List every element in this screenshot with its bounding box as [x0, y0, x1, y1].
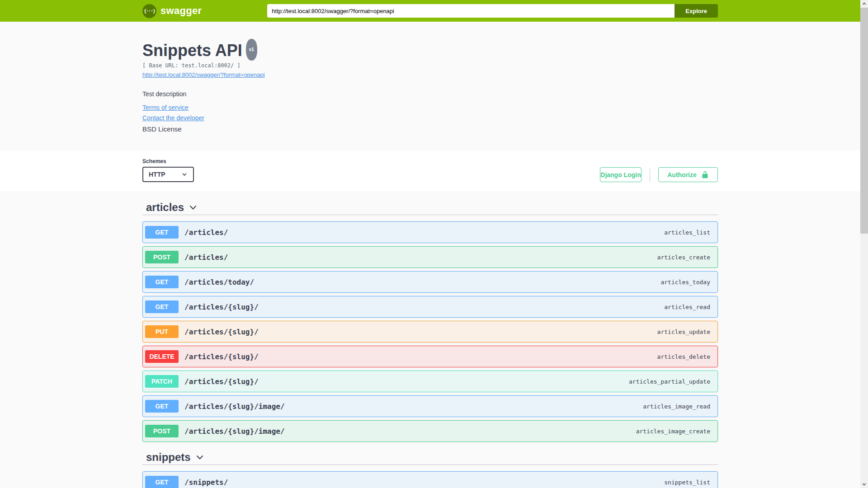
operation-path: /snippets/	[184, 478, 228, 487]
explore-button[interactable]: Explore	[675, 4, 718, 18]
spec-url-link[interactable]: http://test.local:8002/swagger/?format=o…	[142, 71, 265, 78]
tag-title: snippets	[146, 451, 191, 464]
license-label: BSD License	[142, 125, 718, 133]
scheme-select[interactable]: HTTP	[142, 167, 194, 182]
method-badge: DELETE	[145, 350, 179, 363]
page-scroll-area: {···} swagger Explore Snippets API v1 [ …	[0, 0, 860, 488]
api-title-text: Snippets API	[142, 42, 242, 60]
operation-row[interactable]: GET /articles/{slug}/image/ articles_ima…	[142, 395, 718, 417]
version-badge: v1	[246, 39, 257, 61]
operation-path: /articles/	[184, 253, 228, 262]
method-badge: GET	[145, 400, 179, 413]
operation-row[interactable]: POST /articles/ articles_create	[142, 246, 718, 268]
method-badge: GET	[145, 476, 179, 488]
operation-path: /articles/{slug}/	[184, 328, 259, 336]
operation-list: GET /articles/ articles_list POST /artic…	[142, 215, 718, 442]
method-badge: PUT	[145, 325, 179, 338]
terms-of-service-link[interactable]: Terms of service	[142, 104, 189, 111]
operation-list: GET /snippets/ snippets_list	[142, 465, 718, 488]
operation-path: /articles/{slug}/	[184, 303, 259, 311]
explore-form: Explore	[267, 4, 718, 18]
api-description: Test description	[142, 90, 718, 98]
api-tag-section: articles GET /articles/ articles_list PO…	[142, 200, 718, 442]
operation-row[interactable]: DELETE /articles/{slug}/ articles_delete	[142, 346, 718, 367]
method-badge: GET	[145, 226, 179, 239]
operation-path: /articles/today/	[184, 278, 254, 286]
unlocked-padlock-icon	[701, 170, 709, 179]
operation-id: articles_delete	[657, 353, 710, 360]
operation-id: articles_update	[657, 328, 710, 335]
method-badge: GET	[145, 300, 179, 313]
auth-wrapper: Django Login Authorize	[600, 167, 718, 182]
operation-row[interactable]: PUT /articles/{slug}/ articles_update	[142, 321, 718, 343]
method-badge: PATCH	[145, 375, 179, 388]
operation-id: articles_today	[660, 279, 710, 286]
scrollbar-up-arrow[interactable]	[860, 0, 868, 8]
tag-header[interactable]: articles	[142, 200, 718, 215]
tag-title: articles	[146, 201, 184, 214]
operation-row[interactable]: PATCH /articles/{slug}/ articles_partial…	[142, 371, 718, 392]
base-url-label: [ Base URL: test.local:8002/ ]	[142, 62, 718, 69]
page-title: Snippets API v1	[142, 42, 257, 61]
operation-row[interactable]: POST /articles/{slug}/image/ articles_im…	[142, 420, 718, 442]
operation-id: articles_read	[664, 304, 710, 310]
topbar: {···} swagger Explore	[0, 0, 860, 22]
operation-path: /articles/{slug}/image/	[184, 402, 285, 411]
chevron-down-icon	[195, 453, 204, 462]
spec-url-input[interactable]	[267, 4, 675, 18]
authorize-button-label: Authorize	[667, 171, 697, 178]
api-info-section: Snippets API v1 [ Base URL: test.local:8…	[0, 22, 860, 150]
contact-developer-link[interactable]: Contact the developer	[142, 114, 204, 122]
chevron-down-icon	[181, 171, 188, 178]
operation-path: /articles/{slug}/	[184, 352, 259, 361]
scrollbar-thumb[interactable]	[860, 8, 868, 234]
operation-id: articles_image_create	[636, 428, 710, 435]
operation-id: articles_list	[664, 229, 710, 236]
tag-header[interactable]: snippets	[142, 450, 718, 465]
operations-area: articles GET /articles/ articles_list PO…	[0, 191, 860, 488]
operation-id: articles_partial_update	[629, 378, 710, 385]
schemes-label: Schemes	[142, 158, 194, 164]
scheme-container: Schemes HTTP Django Login Authorize	[0, 150, 860, 191]
operation-path: /articles/{slug}/	[184, 377, 259, 386]
scheme-selected-value: HTTP	[149, 171, 165, 178]
authorize-button[interactable]: Authorize	[658, 167, 718, 182]
swagger-logo-icon: {···}	[142, 4, 156, 18]
divider	[650, 168, 650, 182]
operation-row[interactable]: GET /articles/ articles_list	[142, 221, 718, 243]
chevron-down-icon	[189, 203, 198, 212]
scrollbar-down-arrow[interactable]	[860, 480, 868, 488]
schemes-block: Schemes HTTP	[142, 158, 194, 182]
method-badge: POST	[145, 251, 179, 263]
operation-path: /articles/{slug}/image/	[184, 427, 285, 436]
operation-id: snippets_list	[664, 479, 710, 486]
brand-name: swagger	[160, 5, 202, 17]
operation-row[interactable]: GET /articles/today/ articles_today	[142, 271, 718, 293]
method-badge: POST	[145, 425, 179, 437]
api-tag-section: snippets GET /snippets/ snippets_list	[142, 450, 718, 488]
operation-row[interactable]: GET /articles/{slug}/ articles_read	[142, 296, 718, 318]
django-login-button[interactable]: Django Login	[600, 167, 642, 182]
operation-path: /articles/	[184, 228, 228, 237]
operation-id: articles_create	[657, 254, 710, 261]
method-badge: GET	[145, 276, 179, 288]
scrollbar	[860, 0, 868, 488]
operation-row[interactable]: GET /snippets/ snippets_list	[142, 471, 718, 488]
swagger-brand[interactable]: {···} swagger	[142, 4, 202, 18]
operation-id: articles_image_read	[643, 403, 710, 410]
